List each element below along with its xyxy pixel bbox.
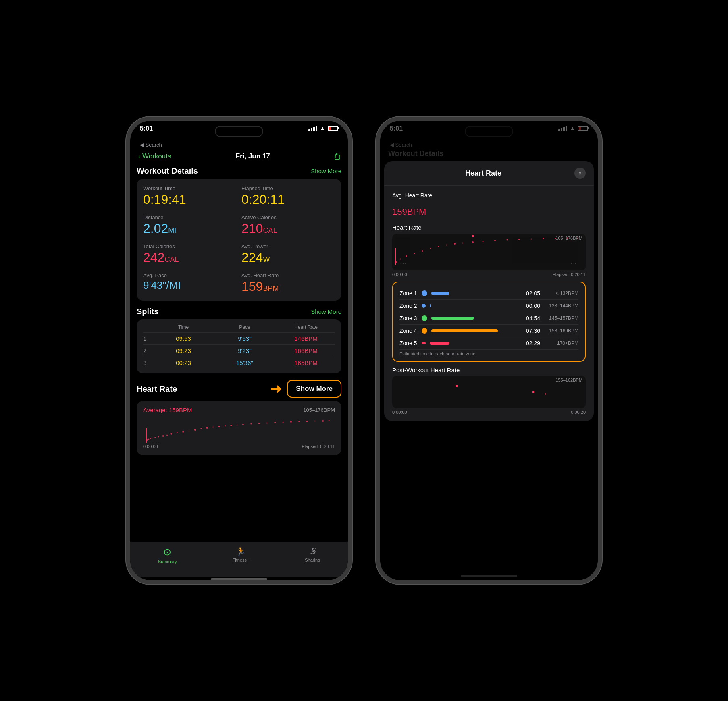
workout-details-header: Workout Details Show More — [137, 166, 341, 176]
hr-chart-elapsed: Elapsed: 0:20:11 — [302, 444, 335, 449]
splits-row-3: 3 00:23 15'36'' 165BPM — [143, 357, 335, 369]
stat-distance: Distance 2.02MI — [143, 214, 237, 236]
avg-hr-label: Avg. Heart Rate — [392, 192, 586, 199]
post-workout-label: Post-Workout Heart Rate — [392, 367, 586, 373]
tab-bar-1: ⊙ Summary 🏃 Fitness+ 𝕊 Sharing — [130, 542, 348, 577]
zone-2-dot — [422, 304, 426, 308]
svg-point-37 — [157, 442, 158, 442]
modal-close-button[interactable]: × — [574, 168, 586, 179]
splits-row-2: 2 09:23 9'23'' 166BPM — [143, 344, 335, 357]
splits-show-more[interactable]: Show More — [311, 308, 341, 315]
sharing-tab-icon: 𝕊 — [310, 546, 315, 556]
back-button-1[interactable]: ‹ Workouts — [138, 152, 171, 161]
nav-title-1: Fri, Jun 17 — [236, 152, 270, 160]
summary-tab-icon: ⊙ — [163, 546, 171, 558]
modal-body: Avg. Heart Rate 159BPM Heart Rate 105–17… — [384, 186, 594, 421]
svg-point-30 — [322, 420, 324, 422]
svg-point-26 — [290, 421, 292, 423]
post-chart-range: 155–162BPM — [555, 377, 582, 382]
svg-point-35 — [153, 442, 154, 442]
wifi-icon: ▲ — [320, 125, 325, 131]
zone-3-bar — [431, 317, 474, 320]
tab-summary[interactable]: ⊙ Summary — [158, 546, 177, 564]
svg-point-14 — [206, 427, 208, 429]
scroll-content-1[interactable]: Workout Details Show More Workout Time 0… — [130, 165, 348, 542]
svg-point-34 — [151, 442, 152, 442]
svg-point-8 — [170, 433, 172, 435]
post-chart-footer: 0:00:00 0:00:20 — [392, 410, 586, 415]
svg-point-3 — [151, 438, 152, 439]
svg-point-54 — [507, 239, 508, 241]
svg-point-6 — [162, 435, 164, 437]
zones-note: Estimated time in each heart rate zone. — [399, 351, 578, 356]
zone-4-bar — [431, 329, 498, 332]
show-more-button[interactable]: Show More — [287, 380, 341, 398]
svg-point-45 — [422, 250, 423, 252]
show-more-wrapper: ➜ Show More — [270, 380, 341, 398]
splits-row-1: 1 09:53 9'53'' 146BPM — [143, 332, 335, 344]
heart-rate-modal: Heart Rate × Avg. Heart Rate 159BPM Hear… — [384, 161, 594, 421]
hr-chart-footer: 0:00:00 Elapsed: 0:20:11 — [143, 444, 335, 449]
svg-point-18 — [230, 425, 232, 426]
zone-5-dot — [422, 342, 426, 344]
svg-point-4 — [154, 437, 156, 438]
svg-point-22 — [258, 423, 260, 424]
svg-point-61 — [472, 235, 474, 237]
avg-hr-unit: BPM — [407, 207, 426, 217]
svg-point-2 — [150, 438, 151, 439]
status-icons-1: ▲ — [308, 125, 338, 131]
heart-rate-zones-box: Zone 1 02:05 < 132BPM Zone 2 — [392, 282, 586, 362]
tab-fitness-label: Fitness+ — [233, 558, 250, 562]
post-chart-end: 0:00:20 — [571, 410, 586, 415]
svg-point-24 — [274, 422, 276, 423]
workout-details-title: Workout Details — [137, 166, 198, 176]
share-button[interactable]: ⎙ — [335, 151, 340, 162]
avg-hr-value: 159BPM — [392, 200, 586, 218]
post-workout-chart: 155–162BPM — [392, 376, 586, 408]
modal-overlay: Heart Rate × Avg. Heart Rate 159BPM Hear… — [380, 121, 598, 580]
splits-title: Splits — [137, 307, 158, 316]
modal-chart-footer: 0:00:00 Elapsed: 0:20:11 — [392, 272, 586, 277]
svg-point-50 — [462, 243, 464, 244]
svg-point-49 — [454, 243, 456, 245]
svg-point-29 — [314, 421, 316, 422]
tab-sharing[interactable]: 𝕊 Sharing — [305, 546, 320, 562]
stat-avg-hr: Avg. Heart Rate 159BPM — [241, 272, 335, 294]
hr-chart-start: 0:00:00 — [143, 444, 158, 449]
zone-3-bar-wrap — [431, 317, 520, 320]
zone-row-2: Zone 2 00:00 133–144BPM — [399, 300, 578, 312]
svg-point-15 — [212, 427, 214, 428]
tab-fitness-plus[interactable]: 🏃 Fitness+ — [233, 546, 250, 562]
stats-grid: Workout Time 0:19:41 Elapsed Time 0:20:1… — [143, 185, 335, 294]
chevron-left-icon: ‹ — [138, 152, 141, 161]
svg-point-13 — [200, 428, 202, 429]
svg-point-67 — [405, 263, 406, 264]
svg-point-63 — [397, 263, 397, 264]
svg-point-21 — [250, 423, 252, 425]
svg-point-51 — [472, 241, 474, 243]
hr-section-title: Heart Rate — [137, 384, 177, 394]
modal-header: Heart Rate × — [384, 161, 594, 186]
hr-section-header: Heart Rate ➜ Show More — [137, 380, 341, 398]
arrow-right-icon: ➜ — [270, 380, 282, 397]
svg-point-69 — [575, 263, 576, 264]
svg-point-5 — [158, 436, 159, 438]
svg-point-16 — [218, 426, 220, 427]
modal-hr-label: Heart Rate — [392, 224, 586, 231]
svg-point-48 — [446, 245, 447, 246]
stat-active-calories: Active Calories 210CAL — [241, 214, 335, 236]
svg-point-70 — [456, 385, 458, 387]
svg-point-57 — [543, 238, 544, 239]
modal-chart-start: 0:00:00 — [392, 272, 407, 277]
tab-sharing-label: Sharing — [305, 558, 320, 562]
zone-2-bar-wrap — [430, 304, 520, 307]
svg-point-12 — [194, 429, 196, 431]
svg-point-33 — [149, 442, 150, 442]
svg-point-28 — [306, 421, 308, 422]
svg-point-25 — [283, 422, 284, 423]
workout-details-show-more[interactable]: Show More — [311, 168, 341, 174]
svg-point-68 — [571, 263, 572, 264]
hr-chart-area: 0:00:00 Elapsed: 0:20:11 — [143, 416, 335, 448]
svg-point-7 — [166, 435, 168, 436]
stat-total-calories: Total Calories 242CAL — [143, 243, 237, 265]
